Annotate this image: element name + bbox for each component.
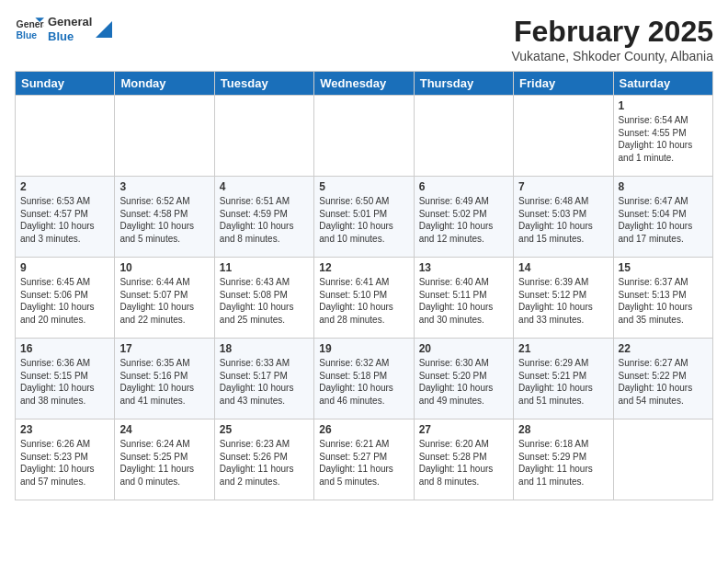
day-info: Sunrise: 6:44 AM Sunset: 5:07 PM Dayligh…: [119, 276, 209, 326]
day-info: Sunrise: 6:29 AM Sunset: 5:21 PM Dayligh…: [518, 357, 608, 407]
day-number: 13: [419, 261, 508, 274]
day-info: Sunrise: 6:53 AM Sunset: 4:57 PM Dayligh…: [20, 195, 109, 245]
weekday-header-sunday: Sunday: [16, 72, 115, 96]
day-number: 6: [419, 180, 508, 193]
calendar-cell: 17Sunrise: 6:35 AM Sunset: 5:16 PM Dayli…: [115, 339, 214, 419]
calendar-table: SundayMondayTuesdayWednesdayThursdayFrid…: [15, 71, 713, 500]
day-info: Sunrise: 6:35 AM Sunset: 5:16 PM Dayligh…: [119, 357, 209, 407]
week-row-1: 1Sunrise: 6:54 AM Sunset: 4:55 PM Daylig…: [16, 96, 713, 177]
week-row-3: 9Sunrise: 6:45 AM Sunset: 5:06 PM Daylig…: [16, 258, 713, 339]
day-info: Sunrise: 6:40 AM Sunset: 5:11 PM Dayligh…: [419, 276, 508, 326]
day-number: 24: [119, 423, 209, 436]
day-number: 19: [319, 342, 408, 355]
weekday-header-monday: Monday: [115, 72, 214, 96]
day-number: 11: [220, 261, 309, 274]
day-info: Sunrise: 6:18 AM Sunset: 5:29 PM Dayligh…: [518, 438, 608, 488]
logo: General Blue General Blue: [15, 15, 112, 44]
calendar-cell: 20Sunrise: 6:30 AM Sunset: 5:20 PM Dayli…: [414, 339, 513, 419]
day-number: 16: [20, 342, 109, 355]
calendar-cell: 7Sunrise: 6:48 AM Sunset: 5:03 PM Daylig…: [514, 177, 613, 258]
day-info: Sunrise: 6:37 AM Sunset: 5:13 PM Dayligh…: [619, 276, 708, 326]
title-block: February 2025 Vukatane, Shkoder County, …: [512, 15, 713, 63]
day-number: 18: [220, 342, 309, 355]
logo-blue-text: Blue: [48, 29, 92, 44]
calendar-cell: [314, 96, 414, 177]
day-number: 10: [119, 261, 209, 274]
day-info: Sunrise: 6:49 AM Sunset: 5:02 PM Dayligh…: [419, 195, 508, 245]
calendar-cell: 4Sunrise: 6:51 AM Sunset: 4:59 PM Daylig…: [214, 177, 313, 258]
day-info: Sunrise: 6:41 AM Sunset: 5:10 PM Dayligh…: [319, 276, 408, 326]
svg-marker-3: [96, 21, 112, 38]
calendar-cell: 15Sunrise: 6:37 AM Sunset: 5:13 PM Dayli…: [613, 258, 712, 339]
week-row-2: 2Sunrise: 6:53 AM Sunset: 4:57 PM Daylig…: [16, 177, 713, 258]
day-info: Sunrise: 6:50 AM Sunset: 5:01 PM Dayligh…: [319, 195, 408, 245]
day-info: Sunrise: 6:20 AM Sunset: 5:28 PM Dayligh…: [419, 438, 508, 488]
day-info: Sunrise: 6:47 AM Sunset: 5:04 PM Dayligh…: [619, 195, 708, 245]
calendar-cell: 23Sunrise: 6:26 AM Sunset: 5:23 PM Dayli…: [16, 419, 115, 500]
day-info: Sunrise: 6:24 AM Sunset: 5:25 PM Dayligh…: [119, 438, 209, 488]
calendar-cell: 28Sunrise: 6:18 AM Sunset: 5:29 PM Dayli…: [514, 419, 613, 500]
calendar-cell: 22Sunrise: 6:27 AM Sunset: 5:22 PM Dayli…: [613, 339, 712, 419]
calendar-cell: 8Sunrise: 6:47 AM Sunset: 5:04 PM Daylig…: [613, 177, 712, 258]
calendar-cell: 11Sunrise: 6:43 AM Sunset: 5:08 PM Dayli…: [214, 258, 313, 339]
calendar-cell: 27Sunrise: 6:20 AM Sunset: 5:28 PM Dayli…: [414, 419, 513, 500]
day-number: 5: [319, 180, 408, 193]
calendar-cell: 24Sunrise: 6:24 AM Sunset: 5:25 PM Dayli…: [115, 419, 214, 500]
logo-triangle: [96, 21, 112, 38]
weekday-header-wednesday: Wednesday: [314, 72, 414, 96]
calendar-cell: 12Sunrise: 6:41 AM Sunset: 5:10 PM Dayli…: [314, 258, 414, 339]
day-info: Sunrise: 6:23 AM Sunset: 5:26 PM Dayligh…: [220, 438, 309, 488]
calendar-cell: [613, 419, 712, 500]
day-info: Sunrise: 6:30 AM Sunset: 5:20 PM Dayligh…: [419, 357, 508, 407]
location: Vukatane, Shkoder County, Albania: [512, 49, 713, 63]
day-number: 26: [319, 423, 408, 436]
calendar-cell: 6Sunrise: 6:49 AM Sunset: 5:02 PM Daylig…: [414, 177, 513, 258]
calendar-cell: 19Sunrise: 6:32 AM Sunset: 5:18 PM Dayli…: [314, 339, 414, 419]
calendar-cell: 18Sunrise: 6:33 AM Sunset: 5:17 PM Dayli…: [214, 339, 313, 419]
calendar-cell: [514, 96, 613, 177]
calendar-cell: 16Sunrise: 6:36 AM Sunset: 5:15 PM Dayli…: [16, 339, 115, 419]
day-info: Sunrise: 6:51 AM Sunset: 4:59 PM Dayligh…: [220, 195, 309, 245]
day-info: Sunrise: 6:26 AM Sunset: 5:23 PM Dayligh…: [20, 438, 109, 488]
page-header: General Blue General Blue February 2025 …: [15, 15, 713, 63]
weekday-header-saturday: Saturday: [613, 72, 712, 96]
calendar-cell: 21Sunrise: 6:29 AM Sunset: 5:21 PM Dayli…: [514, 339, 613, 419]
calendar-cell: [214, 96, 313, 177]
day-info: Sunrise: 6:54 AM Sunset: 4:55 PM Dayligh…: [619, 114, 708, 164]
day-number: 2: [20, 180, 109, 193]
svg-text:Blue: Blue: [17, 30, 38, 40]
week-row-5: 23Sunrise: 6:26 AM Sunset: 5:23 PM Dayli…: [16, 419, 713, 500]
day-number: 28: [518, 423, 608, 436]
day-number: 9: [20, 261, 109, 274]
weekday-header-tuesday: Tuesday: [214, 72, 313, 96]
calendar-cell: [115, 96, 214, 177]
calendar-cell: 3Sunrise: 6:52 AM Sunset: 4:58 PM Daylig…: [115, 177, 214, 258]
week-row-4: 16Sunrise: 6:36 AM Sunset: 5:15 PM Dayli…: [16, 339, 713, 419]
calendar-cell: 10Sunrise: 6:44 AM Sunset: 5:07 PM Dayli…: [115, 258, 214, 339]
calendar-cell: [414, 96, 513, 177]
day-number: 7: [518, 180, 608, 193]
day-info: Sunrise: 6:52 AM Sunset: 4:58 PM Dayligh…: [119, 195, 209, 245]
day-number: 15: [619, 261, 708, 274]
calendar-cell: 26Sunrise: 6:21 AM Sunset: 5:27 PM Dayli…: [314, 419, 414, 500]
calendar-cell: 14Sunrise: 6:39 AM Sunset: 5:12 PM Dayli…: [514, 258, 613, 339]
day-info: Sunrise: 6:39 AM Sunset: 5:12 PM Dayligh…: [518, 276, 608, 326]
calendar-cell: 5Sunrise: 6:50 AM Sunset: 5:01 PM Daylig…: [314, 177, 414, 258]
day-number: 17: [119, 342, 209, 355]
day-number: 20: [419, 342, 508, 355]
calendar-cell: 25Sunrise: 6:23 AM Sunset: 5:26 PM Dayli…: [214, 419, 313, 500]
day-number: 21: [518, 342, 608, 355]
day-number: 1: [619, 99, 708, 112]
day-info: Sunrise: 6:48 AM Sunset: 5:03 PM Dayligh…: [518, 195, 608, 245]
weekday-header-thursday: Thursday: [414, 72, 513, 96]
logo-general-text: General: [48, 15, 92, 29]
day-number: 12: [319, 261, 408, 274]
calendar-cell: [16, 96, 115, 177]
weekday-header-friday: Friday: [514, 72, 613, 96]
calendar-cell: 13Sunrise: 6:40 AM Sunset: 5:11 PM Dayli…: [414, 258, 513, 339]
day-info: Sunrise: 6:45 AM Sunset: 5:06 PM Dayligh…: [20, 276, 109, 326]
day-info: Sunrise: 6:43 AM Sunset: 5:08 PM Dayligh…: [220, 276, 309, 326]
day-info: Sunrise: 6:27 AM Sunset: 5:22 PM Dayligh…: [619, 357, 708, 407]
day-info: Sunrise: 6:32 AM Sunset: 5:18 PM Dayligh…: [319, 357, 408, 407]
calendar-cell: 2Sunrise: 6:53 AM Sunset: 4:57 PM Daylig…: [16, 177, 115, 258]
